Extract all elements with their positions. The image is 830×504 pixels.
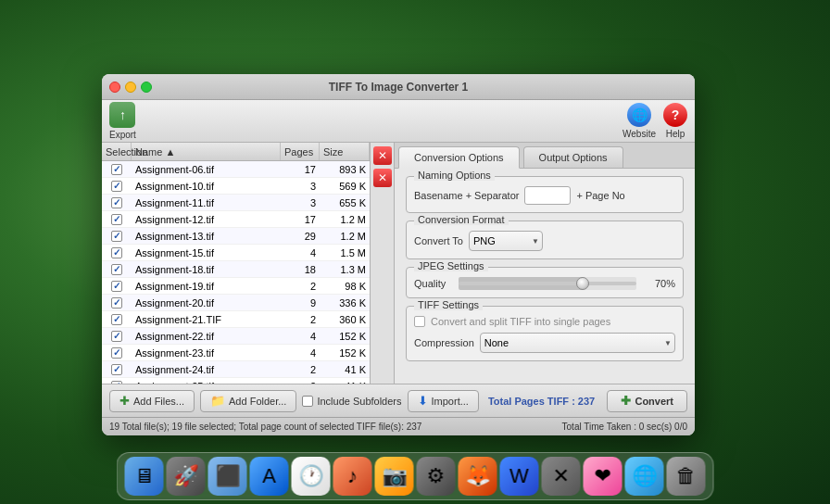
dock-icon-gear[interactable]: ⚙ [417,457,456,496]
quality-value: 70% [649,278,675,289]
website-button[interactable]: 🌐 Website [622,103,656,139]
dock-icon-appstore[interactable]: A [250,457,289,496]
tab-conversion-options[interactable]: Conversion Options [398,146,520,169]
row-checkbox[interactable] [102,297,132,309]
dock-icon-pink[interactable]: ❤ [584,457,622,496]
row-checkbox[interactable] [102,264,132,275]
dock-icon-word[interactable]: W [500,457,539,496]
row-checkbox[interactable] [102,247,132,258]
file-checkbox[interactable] [111,264,122,275]
file-checkbox[interactable] [111,164,122,175]
dock-icon-photo[interactable]: 📷 [375,457,414,496]
row-checkbox[interactable] [102,314,132,325]
jpeg-settings-group: JPEG Settings Quality 70% [406,267,684,298]
dock-icon-firefox[interactable]: 🦊 [459,457,497,496]
tab-output-options[interactable]: Output Options [523,146,623,168]
compression-select[interactable]: None LZW ZIP JPEG [480,333,675,353]
file-name: Assignment-06.tif [132,164,281,175]
split-tiff-checkbox[interactable] [414,316,425,327]
file-checkbox[interactable] [111,347,122,359]
file-checkbox[interactable] [111,181,122,192]
compression-select-wrapper: None LZW ZIP JPEG ▼ [480,333,675,353]
dock-icon-apps[interactable]: ⬛ [208,457,247,496]
row-checkbox[interactable] [102,347,132,359]
file-checkbox[interactable] [111,231,122,242]
convert-button[interactable]: ✚ Convert [607,390,687,412]
status-bar: 19 Total file(s); 19 file selected; Tota… [102,417,695,435]
file-pages: 4 [281,247,320,258]
file-list-body[interactable]: Assignment-06.tif 17 893 K Assignment-10… [102,161,370,384]
table-row[interactable]: Assignment-20.tif 9 336 K [102,295,370,311]
add-files-button[interactable]: ✚ Add Files... [109,390,195,412]
file-checkbox[interactable] [111,247,122,258]
file-checkbox[interactable] [111,314,122,325]
row-checkbox[interactable] [102,381,132,384]
dock-icon-trash[interactable]: 🗑 [667,457,706,496]
row-checkbox[interactable] [102,331,132,342]
file-pages: 18 [281,264,320,275]
dock-icon-x[interactable]: ✕ [542,457,581,496]
maximize-button[interactable] [141,82,152,93]
table-row[interactable]: Assignment-22.tif 4 152 K [102,328,370,345]
file-checkbox[interactable] [111,381,122,384]
row-checkbox[interactable] [102,231,132,242]
file-name: Assignment-15.tif [132,247,281,258]
table-row[interactable]: Assignment-19.tif 2 98 K [102,278,370,295]
quality-slider-thumb[interactable] [576,277,589,290]
table-row[interactable]: Assignment-23.tif 4 152 K [102,345,370,361]
file-size: 655 K [320,197,370,208]
table-row[interactable]: Assignment-06.tif 17 893 K [102,161,370,178]
table-row[interactable]: Assignment-15.tif 4 1.5 M [102,245,370,261]
help-icon: ? [663,103,687,127]
file-checkbox[interactable] [111,197,122,208]
minimize-button[interactable] [125,82,136,93]
table-row[interactable]: Assignment-10.tif 3 569 K [102,178,370,195]
dock-icon-globe[interactable]: 🌐 [625,457,664,496]
add-folder-button[interactable]: 📁 Add Folder... [200,390,296,412]
remove-button[interactable]: ✕ [373,146,392,165]
file-checkbox[interactable] [111,331,122,342]
include-subfolders-checkbox[interactable]: Include Subfolders [302,396,401,407]
convert-to-label: Convert To [414,235,463,246]
side-buttons: ✕ ✕ [371,143,395,384]
row-checkbox[interactable] [102,181,132,192]
table-row[interactable]: Assignment-25.tif 2 41 K [102,378,370,384]
split-tiff-row[interactable]: Convert and split TIFF into single pages [414,316,675,327]
table-row[interactable]: Assignment-11.tif 3 655 K [102,195,370,211]
add-files-label: Add Files... [133,396,184,407]
file-checkbox[interactable] [111,297,122,309]
file-checkbox[interactable] [111,281,122,292]
file-checkbox[interactable] [111,364,122,375]
close-button[interactable] [109,82,120,93]
row-checkbox[interactable] [102,214,132,225]
dock-icon-music[interactable]: ♪ [333,457,372,496]
format-select-wrapper: PNG JPEG TIFF BMP GIF ▼ [469,231,543,251]
quality-slider[interactable] [459,277,636,290]
dock-icon-rocket[interactable]: 🚀 [167,457,206,496]
table-row[interactable]: Assignment-13.tif 29 1.2 M [102,228,370,245]
format-select[interactable]: PNG JPEG TIFF BMP GIF [469,231,543,251]
row-checkbox[interactable] [102,197,132,208]
dock-icon-clock[interactable]: 🕐 [292,457,331,496]
file-checkbox[interactable] [111,214,122,225]
subfolders-checkbox-box[interactable] [302,396,313,407]
row-checkbox[interactable] [102,364,132,375]
table-row[interactable]: Assignment-12.tif 17 1.2 M [102,211,370,228]
dock-icon-finder[interactable]: 🖥 [125,457,164,496]
table-row[interactable]: Assignment-18.tif 18 1.3 M [102,261,370,278]
remove-all-button[interactable]: ✕ [373,169,392,187]
conversion-format-content: Convert To PNG JPEG TIFF BMP GIF ▼ [407,221,683,258]
import-button[interactable]: ⬇ Import... [408,390,479,412]
toolbar-right: 🌐 Website ? Help [622,103,687,139]
dock: 🖥🚀⬛A🕐♪📷⚙🦊W✕❤🌐🗑 [117,452,714,500]
help-button[interactable]: ? Help [663,103,687,139]
row-checkbox[interactable] [102,164,132,175]
table-row[interactable]: Assignment-21.TIF 2 360 K [102,311,370,328]
separator-input[interactable] [524,186,571,205]
export-button[interactable]: ↑ Export [109,102,136,140]
col-header-size: Size [320,143,370,160]
table-row[interactable]: Assignment-24.tif 2 41 K [102,361,370,378]
row-checkbox[interactable] [102,281,132,292]
export-label: Export [109,130,136,140]
toolbar-left: ↑ Export [109,102,136,140]
